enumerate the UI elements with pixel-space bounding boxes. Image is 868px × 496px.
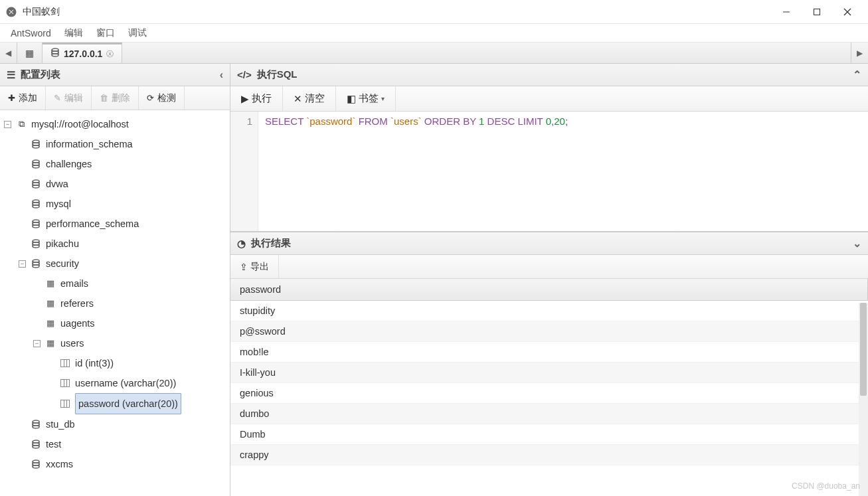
cell: I-kill-you [230,363,868,383]
delete-button[interactable]: 🗑删除 [92,86,139,110]
caret-down-icon: ▾ [381,95,385,102]
database-label: security [46,254,79,274]
minimize-button[interactable] [771,0,802,24]
tree-database[interactable]: information_schema [19,134,230,154]
database-icon [30,158,42,170]
sql-toolbar: ▶执行 ✕清空 ◧书签 ▾ [230,86,868,112]
collapse-up-icon[interactable]: ⌃ [853,68,861,81]
database-label: challenges [46,154,92,174]
collapse-icon[interactable]: − [4,121,11,128]
column-header[interactable]: password [230,279,868,301]
tree-database[interactable]: dvwa [19,174,230,194]
column-icon [59,398,71,410]
table-row[interactable]: mob!le [230,342,868,363]
sql-code[interactable]: SELECT `password` FROM `users` ORDER BY … [258,112,574,231]
column-icon [59,377,71,389]
svg-point-24 [33,185,39,188]
collapse-down-icon[interactable]: ⌄ [853,237,861,250]
table-row[interactable]: stupidity [230,301,868,321]
database-label: information_schema [46,134,133,154]
tree-database[interactable]: −security [19,254,230,274]
sql-panel: </> 执行SQL ⌃ ▶执行 ✕清空 ◧书签 ▾ 1 SELECT `pass… [230,64,868,232]
tree-table[interactable]: −▦users [33,333,230,353]
tree-database[interactable]: stu_db [19,414,230,434]
window-title: 中国蚁剑 [23,6,771,18]
workarea: ☰ 配置列表 ‹ ✚添加 ✎编辑 🗑删除 ⟳检测 − ⧉ mysql://roo… [0,64,868,496]
table-icon: ▦ [44,317,56,329]
tab-connection[interactable]: 127.0.0.1 ⓧ [43,42,122,63]
table-row[interactable]: crappy [230,445,868,465]
result-toolbar: ⇪导出 [230,255,868,279]
table-row[interactable]: p@ssword [230,321,868,342]
tree-database[interactable]: test [19,434,230,454]
result-grid[interactable]: password stupidityp@sswordmob!leI-kill-y… [230,279,868,496]
table-row[interactable]: I-kill-you [230,363,868,383]
collapse-left-icon[interactable]: ‹ [220,69,223,81]
edit-button[interactable]: ✎编辑 [46,86,92,110]
tab-scroll-right[interactable]: ▶ [851,42,868,63]
menu-antsword[interactable]: AntSword [4,27,58,40]
sidebar-title: 配置列表 [21,68,60,81]
menu-edit[interactable]: 编辑 [58,26,90,41]
tab-close-icon[interactable]: ⓧ [106,49,114,59]
table-row[interactable]: genious [230,383,868,404]
tree-table[interactable]: ▦emails [33,274,230,293]
column-label: password (varchar(20)) [75,393,181,414]
plus-icon: ✚ [8,93,15,103]
table-row[interactable]: dumbo [230,404,868,424]
collapse-icon[interactable]: − [33,340,41,347]
column-label: username (varchar(20)) [75,373,176,393]
cell: Dumb [230,424,868,445]
tree-column[interactable]: id (int(3)) [48,353,230,373]
watermark: CSDN @duoba_an [792,481,860,491]
tree-database[interactable]: pikachu [19,234,230,254]
bookmark-button[interactable]: ◧书签 ▾ [336,86,396,111]
tree-database[interactable]: challenges [19,154,230,174]
check-button[interactable]: ⟳检测 [139,86,185,110]
maximize-button[interactable] [802,0,832,24]
tree-column[interactable]: password (varchar(20)) [48,393,230,414]
sidebar-toolbar: ✚添加 ✎编辑 🗑删除 ⟳检测 [0,86,230,110]
database-label: mysql [46,194,71,214]
tree-column[interactable]: username (varchar(20)) [48,373,230,393]
cell: stupidity [230,301,868,321]
tree-database[interactable]: xxcms [19,454,230,474]
list-icon: ☰ [7,69,15,81]
run-button[interactable]: ▶执行 [230,86,283,111]
sql-editor[interactable]: 1 SELECT `password` FROM `users` ORDER B… [230,112,868,231]
tree-table[interactable]: ▦referers [33,293,230,313]
upload-icon: ⇪ [240,262,248,272]
pencil-icon: ✎ [54,93,61,103]
play-icon: ▶ [241,94,249,104]
table-row[interactable]: Dumb [230,424,868,445]
table-icon: ▦ [44,278,56,289]
tree-table[interactable]: ▦uagents [33,313,230,333]
clear-button[interactable]: ✕清空 [283,86,336,111]
svg-point-14 [33,145,39,148]
tree-database[interactable]: performance_schema [19,214,230,234]
spinner-icon: ⟳ [147,93,154,103]
add-button[interactable]: ✚添加 [0,86,46,110]
tree-root[interactable]: − ⧉ mysql://root@localhost [4,114,230,134]
tab-label: 127.0.0.1 [64,48,102,59]
tab-home[interactable]: ▦ [17,42,43,63]
database-label: performance_schema [46,214,139,234]
bookmark-icon: ◧ [347,94,356,104]
collapse-icon[interactable]: − [19,260,26,268]
svg-point-54 [33,446,39,448]
close-button[interactable] [832,0,863,24]
menu-window[interactable]: 窗口 [90,26,122,41]
export-button[interactable]: ⇪导出 [230,255,279,278]
db-tree[interactable]: − ⧉ mysql://root@localhost information_s… [0,110,230,496]
disk-icon: ◔ [237,238,246,250]
editor-gutter: 1 [230,112,258,231]
database-label: dvwa [46,174,68,194]
menu-debug[interactable]: 调试 [122,26,153,41]
tab-scroll-left[interactable]: ◀ [0,42,17,63]
scroll-thumb[interactable] [860,303,867,396]
tree-database[interactable]: mysql [19,194,230,214]
svg-point-34 [33,225,39,228]
code-icon: </> [237,69,252,80]
svg-point-29 [33,205,39,208]
vertical-scrollbar[interactable] [859,303,868,496]
